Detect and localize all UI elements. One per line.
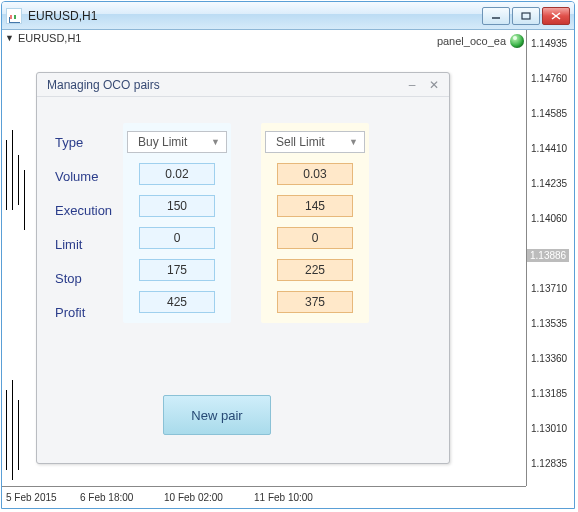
right-volume-input[interactable]: 0.03 [277, 163, 353, 185]
oco-panel: Managing OCO pairs – ✕ Type Volume Execu… [36, 72, 450, 464]
price-tick: 1.14935 [531, 38, 567, 49]
label-limit: Limit [55, 233, 112, 255]
right-stop-input[interactable]: 225 [277, 259, 353, 281]
titlebar[interactable]: EURUSD,H1 [2, 2, 574, 30]
chevron-down-icon: ▼ [349, 137, 358, 147]
time-tick: 5 Feb 2015 [6, 492, 57, 503]
price-tick: 1.13010 [531, 423, 567, 434]
right-order-column: Sell Limit ▼ 0.03 145 0 225 375 [261, 123, 369, 323]
price-tick: 1.13535 [531, 318, 567, 329]
maximize-button[interactable] [512, 7, 540, 25]
price-tick: 1.14410 [531, 143, 567, 154]
new-pair-button[interactable]: New pair [163, 395, 271, 435]
right-limit-input[interactable]: 0 [277, 227, 353, 249]
app-window: EURUSD,H1 ▼ EURUSD,H1 panel_oco_ea [1, 1, 575, 509]
chevron-down-icon: ▼ [5, 33, 14, 43]
left-limit-input[interactable]: 0 [139, 227, 215, 249]
time-tick: 10 Feb 02:00 [164, 492, 223, 503]
label-profit: Profit [55, 301, 112, 323]
price-tick: 1.14060 [531, 213, 567, 224]
close-button[interactable] [542, 7, 570, 25]
panel-minimize-button[interactable]: – [403, 77, 421, 93]
label-execution: Execution [55, 199, 112, 221]
ea-badge[interactable]: panel_oco_ea [437, 34, 524, 48]
left-execution-input[interactable]: 150 [139, 195, 215, 217]
panel-close-button[interactable]: ✕ [425, 77, 443, 93]
chart-symbol-label: EURUSD,H1 [18, 32, 82, 44]
left-type-dropdown[interactable]: Buy Limit ▼ [127, 131, 227, 153]
left-type-value: Buy Limit [138, 135, 187, 149]
label-type: Type [55, 131, 112, 153]
time-axis: 5 Feb 2015 6 Feb 18:00 10 Feb 02:00 11 F… [2, 486, 526, 508]
right-execution-input[interactable]: 145 [277, 195, 353, 217]
label-stop: Stop [55, 267, 112, 289]
chevron-down-icon: ▼ [211, 137, 220, 147]
right-profit-input[interactable]: 375 [277, 291, 353, 313]
price-tick: 1.14235 [531, 178, 567, 189]
panel-title: Managing OCO pairs [47, 78, 160, 92]
price-tick: 1.14585 [531, 108, 567, 119]
chart-body: ▼ EURUSD,H1 panel_oco_ea 1.14935 1.14760… [2, 30, 574, 508]
left-profit-input[interactable]: 425 [139, 291, 215, 313]
label-volume: Volume [55, 165, 112, 187]
price-flag: 1.13886 [527, 249, 569, 262]
price-tick: 1.13710 [531, 283, 567, 294]
time-tick: 6 Feb 18:00 [80, 492, 133, 503]
ea-label: panel_oco_ea [437, 35, 506, 47]
price-tick: 1.14760 [531, 73, 567, 84]
price-axis: 1.14935 1.14760 1.14585 1.14410 1.14235 … [526, 30, 574, 486]
right-type-value: Sell Limit [276, 135, 325, 149]
left-order-column: Buy Limit ▼ 0.02 150 0 175 425 [123, 123, 231, 323]
time-tick: 11 Feb 10:00 [254, 492, 313, 503]
svg-rect-1 [522, 13, 530, 19]
left-stop-input[interactable]: 175 [139, 259, 215, 281]
price-tick: 1.13185 [531, 388, 567, 399]
minimize-button[interactable] [482, 7, 510, 25]
price-tick: 1.12835 [531, 458, 567, 469]
price-tick: 1.13360 [531, 353, 567, 364]
right-type-dropdown[interactable]: Sell Limit ▼ [265, 131, 365, 153]
window-title: EURUSD,H1 [28, 9, 482, 23]
panel-titlebar[interactable]: Managing OCO pairs – ✕ [37, 73, 449, 97]
chart-icon [6, 8, 22, 24]
field-labels: Type Volume Execution Limit Stop Profit [55, 131, 112, 323]
left-volume-input[interactable]: 0.02 [139, 163, 215, 185]
chart-header[interactable]: ▼ EURUSD,H1 [5, 32, 82, 44]
ea-status-icon [510, 34, 524, 48]
